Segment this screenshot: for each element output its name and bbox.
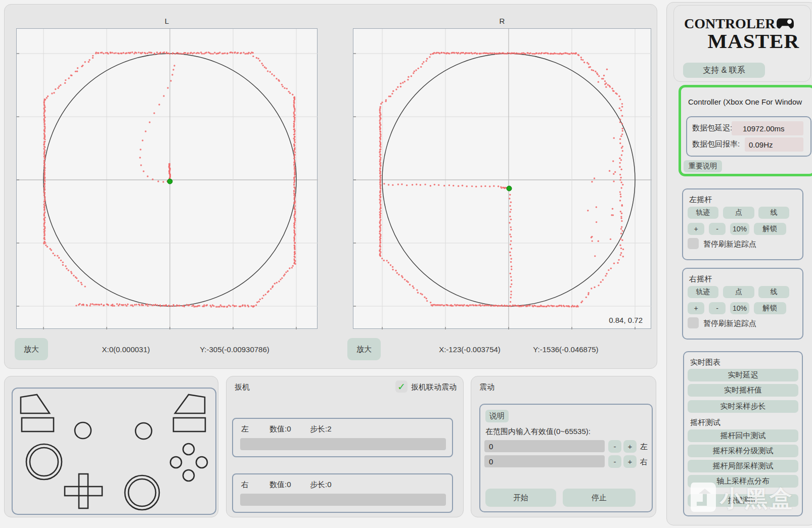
stick-sampling-grade-test-button[interactable]: 摇杆采样分级测试	[688, 445, 798, 457]
stick-local-sampling-test-button[interactable]: 摇杆局部采样测试	[688, 460, 798, 472]
left-trigger-value: 数值:0	[269, 424, 291, 434]
right-stick-minus-button[interactable]: -	[709, 302, 726, 314]
left-stick-trace-button[interactable]: 轨迹	[688, 207, 718, 219]
right-plot-zoom-button[interactable]: 放大	[347, 338, 381, 360]
device-name: Controller (Xbox One For Window	[688, 98, 802, 106]
dpad-left-shape	[65, 487, 79, 496]
realtime-charts-title: 实时图表	[690, 358, 720, 367]
gamepad-icon	[776, 17, 794, 30]
left-trigger-step: 步长:2	[310, 424, 332, 434]
right-trigger-step: 步长:0	[310, 480, 332, 490]
logo-text-line1: CONTROLER	[684, 17, 775, 31]
stick-test-title: 摇杆测试	[690, 418, 720, 427]
trigger-panel-title: 扳机	[235, 382, 250, 392]
report-rate-value: 0.09Hz	[745, 137, 803, 152]
report-rate-label: 数据包回报率:	[692, 139, 740, 149]
right-plot-title: R	[353, 17, 651, 25]
left-trigger-box: 左 数值:0 步长:2	[232, 418, 453, 457]
realtime-latency-button[interactable]: 实时延迟	[688, 369, 798, 381]
gamepad-outline-icon	[13, 389, 215, 514]
right-stick-inner-shape	[128, 479, 156, 506]
right-trigger-progress-bar	[240, 494, 446, 506]
right-trigger-shape	[175, 395, 205, 413]
left-stick-inner-shape	[30, 448, 58, 476]
vibration-panel-title: 震动	[479, 382, 494, 392]
logo-panel: CONTROLER MASTER 支持 & 联系	[673, 5, 811, 82]
vibration-right-minus-button[interactable]: -	[608, 455, 621, 468]
b-button-shape	[196, 457, 207, 468]
support-contact-button[interactable]: 支持 & 联系	[683, 63, 765, 78]
vibration-box: 说明 在范围内输入有效值(0~65535): 0 - + 左 0 - + 右 开…	[479, 404, 653, 512]
right-trigger-side-label: 右	[241, 480, 249, 490]
stick-centering-test-button[interactable]: 摇杆回中测试	[688, 429, 798, 442]
vibration-left-input[interactable]: 0	[484, 440, 605, 452]
right-stick-plus-button[interactable]: +	[688, 302, 704, 314]
left-stick-plus-button[interactable]: +	[688, 223, 704, 235]
left-stick-unlock-button[interactable]: 解锁	[754, 223, 786, 235]
right-stick-percent-button[interactable]: 10%	[730, 302, 749, 314]
trigger-panel: 扳机 ✓ 扳机联动震动 左 数值:0 步长:2 右 数值:0 步长:0	[226, 376, 464, 517]
realtime-sample-step-button[interactable]: 实时采样步长	[688, 400, 798, 413]
vibration-right-plus-button[interactable]: +	[623, 455, 637, 468]
right-stick-panel: 右摇杆 轨迹 点 线 + - 10% 解锁 暂停刷新追踪点	[682, 268, 803, 340]
left-trigger-shape	[21, 395, 50, 413]
button-test-button[interactable]: 按键测试	[688, 494, 798, 507]
left-plot-zoom-button[interactable]: 放大	[15, 338, 48, 360]
trigger-rumble-link-checkbox[interactable]: ✓	[395, 380, 408, 393]
dpad-down-shape	[79, 496, 88, 508]
logo-text-line2: MASTER	[684, 31, 799, 52]
vibration-right-input[interactable]: 0	[484, 455, 605, 467]
dpad-up-shape	[79, 474, 88, 487]
realtime-stick-value-button[interactable]: 实时摇杆值	[688, 384, 798, 397]
left-trigger-progress-bar	[240, 438, 446, 450]
right-stick-panel-title: 右摇杆	[689, 274, 712, 284]
y-button-shape	[183, 444, 194, 455]
right-stick-pause-label: 暂停刷新追踪点	[703, 319, 756, 328]
left-stick-plot[interactable]	[16, 28, 318, 329]
x-button-shape	[170, 457, 182, 468]
right-stick-trace-svg	[353, 29, 652, 329]
app-logo: CONTROLER MASTER	[684, 17, 799, 52]
right-stick-unlock-button[interactable]: 解锁	[754, 302, 786, 314]
vibration-left-plus-button[interactable]: +	[623, 440, 637, 453]
app-window: { "logo": { "line1": "CONTROLER", "line2…	[0, 0, 812, 528]
right-plot-coordinate-annotation: 0.84, 0.72	[609, 316, 643, 324]
right-stick-pause-checkbox[interactable]	[688, 317, 699, 328]
left-plot-y-readout: Y:-305(-0.00930786)	[179, 345, 290, 354]
important-notice-button[interactable]: 重要说明	[684, 160, 722, 172]
left-stick-minus-button[interactable]: -	[709, 223, 726, 235]
right-stick-trace-button[interactable]: 轨迹	[688, 286, 718, 298]
vibration-info-button[interactable]: 说明	[485, 410, 509, 422]
charts-tests-panel: 实时图表 实时延迟 实时摇杆值 实时采样步长 摇杆测试 摇杆回中测试 摇杆采样分…	[683, 351, 803, 516]
right-stick-outer-shape	[125, 475, 159, 510]
left-trigger-side-label: 左	[241, 424, 249, 434]
right-stick-point-button[interactable]: 点	[723, 286, 754, 298]
left-plot-x-readout: X:0(0.000031)	[80, 345, 171, 354]
trigger-rumble-link-label: 扳机联动震动	[411, 382, 457, 392]
start-button-shape	[136, 423, 152, 439]
controller-diagram-panel	[4, 376, 218, 517]
right-stick-line-button[interactable]: 线	[758, 286, 789, 298]
right-stick-plot[interactable]: 0.84, 0.72	[353, 28, 651, 329]
left-stick-panel-title: 左摇杆	[689, 195, 712, 205]
right-plot-y-readout: Y:-1536(-0.046875)	[518, 345, 614, 354]
left-stick-line-button[interactable]: 线	[758, 207, 789, 219]
latency-value: 10972.00ms	[732, 121, 803, 135]
axis-sample-distribution-button[interactable]: 轴上采样点分布	[688, 475, 798, 488]
plots-panel: L R 0.84, 0.72 放大 X:0(0.000031) Y:-305(-…	[4, 4, 657, 369]
latency-label: 数据包延迟:	[692, 123, 732, 133]
vibration-start-button[interactable]: 开始	[485, 489, 556, 507]
left-stick-point-button[interactable]: 点	[723, 207, 754, 219]
left-stick-pause-checkbox[interactable]	[688, 238, 699, 249]
left-stick-percent-button[interactable]: 10%	[730, 223, 749, 235]
packet-stats-box: 数据包延迟: 10972.00ms 数据包回报率: 0.09Hz	[686, 116, 811, 157]
left-stick-pause-label: 暂停刷新追踪点	[703, 239, 756, 249]
vibration-left-minus-button[interactable]: -	[608, 440, 621, 453]
vibration-stop-button[interactable]: 停止	[563, 489, 636, 507]
right-trigger-value: 数值:0	[269, 480, 291, 490]
back-button-shape	[75, 422, 91, 439]
right-trigger-box: 右 数值:0 步长:0	[232, 473, 453, 513]
device-info-panel: Controller (Xbox One For Window 数据包延迟: 1…	[679, 85, 812, 176]
left-stick-trace-svg	[17, 29, 318, 329]
right-plot-x-readout: X:-123(-0.003754)	[419, 345, 520, 354]
